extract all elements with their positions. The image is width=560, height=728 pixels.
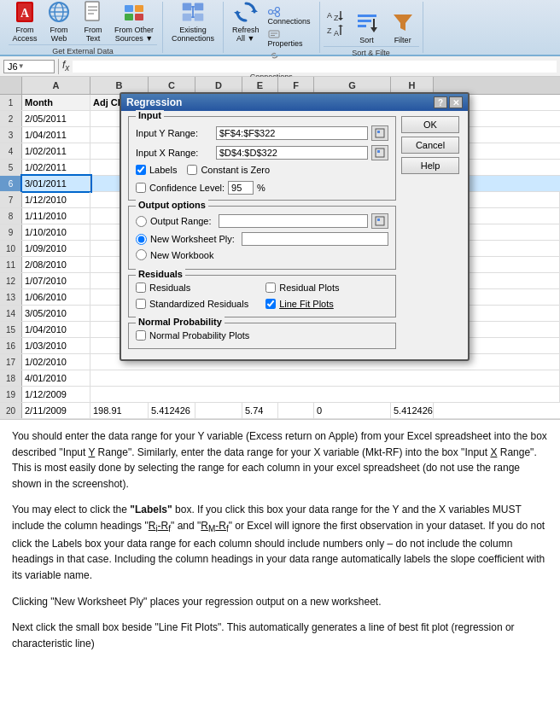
dialog-close-btn[interactable]: ✕ <box>449 96 463 108</box>
refresh-all-label: RefreshAll ▼ <box>232 26 260 43</box>
cell-a4[interactable]: 1/02/2011 <box>22 143 90 159</box>
cell-a16[interactable]: 1/03/2010 <box>22 338 90 353</box>
cell-a7[interactable]: 1/12/2010 <box>22 192 90 207</box>
cell-a19[interactable]: 1/12/2009 <box>22 387 90 402</box>
cell-a8[interactable]: 1/11/2010 <box>22 208 90 224</box>
cell-a5[interactable]: 1/02/2011 <box>22 160 90 175</box>
line-fit-plots-row: Line Fit Plots <box>265 299 339 309</box>
cell-a10[interactable]: 1/09/2010 <box>22 241 90 256</box>
constant-checkbox[interactable] <box>187 165 197 175</box>
svg-line-28 <box>272 10 275 11</box>
cell-c20[interactable]: 5.412426 <box>149 403 195 418</box>
svg-marker-23 <box>251 9 258 12</box>
formula-divider <box>58 59 59 74</box>
cell-a13[interactable]: 1/06/2010 <box>22 289 90 305</box>
new-workbook-option: New Workbook <box>136 249 388 260</box>
y-range-select-btn[interactable] <box>371 125 388 141</box>
output-range-input[interactable] <box>219 214 368 228</box>
cell-a14[interactable]: 3/05/2010 <box>22 306 90 321</box>
normal-prob-checkbox[interactable] <box>136 330 146 341</box>
from-web-label: FromWeb <box>50 26 68 43</box>
cell-b20[interactable]: 198.91 <box>90 403 149 418</box>
formula-input[interactable] <box>73 61 557 73</box>
dialog-help-btn[interactable]: ? <box>434 96 447 108</box>
cell-a15[interactable]: 1/04/2010 <box>22 322 90 337</box>
from-access-button[interactable]: A From Access <box>9 5 41 44</box>
cell-f20[interactable] <box>278 403 314 418</box>
output-range-select-btn[interactable] <box>371 213 388 229</box>
cell-a18[interactable]: 4/01/2010 <box>22 370 90 386</box>
cell-a1[interactable]: Month <box>22 95 90 110</box>
connections-small-button[interactable]: Connections <box>265 5 314 27</box>
residuals-section: Residuals Residuals Standardized R <box>128 275 396 317</box>
svg-line-33 <box>273 55 275 56</box>
x-range-input[interactable] <box>216 146 368 160</box>
residuals-checkbox[interactable] <box>136 282 146 293</box>
from-other-sources-button[interactable]: From OtherSources ▼ <box>111 5 157 44</box>
row-number: 7 <box>0 192 22 207</box>
line-fit-plots-checkbox[interactable] <box>265 299 276 309</box>
filter-button[interactable]: Filter <box>387 7 419 46</box>
svg-rect-13 <box>135 5 143 12</box>
col-header-g[interactable]: G <box>314 77 391 94</box>
cancel-button[interactable]: Cancel <box>401 137 459 154</box>
normal-prob-label: Normal Probability Plots <box>149 330 249 341</box>
cell-a11[interactable]: 2/08/2010 <box>22 257 90 272</box>
cell-g20[interactable]: 0 <box>314 403 391 418</box>
output-section: Output options Output Range: <box>128 206 396 270</box>
col-header-h[interactable]: H <box>391 77 434 94</box>
confidence-checkbox[interactable] <box>136 183 146 193</box>
new-worksheet-input[interactable] <box>242 232 388 246</box>
col-header-e[interactable]: E <box>242 77 278 94</box>
cell-a17[interactable]: 1/02/2010 <box>22 354 90 370</box>
table-row: 20 2/11/2009 198.91 5.412426 5.74 0 5.41… <box>0 403 560 419</box>
y-range-input[interactable] <box>216 126 368 140</box>
col-header-b[interactable]: B <box>90 77 149 94</box>
cell-a12[interactable]: 1/07/2010 <box>22 273 90 288</box>
confidence-value-input[interactable] <box>228 181 254 195</box>
col-header-a[interactable]: A <box>22 77 90 94</box>
new-workbook-radio[interactable] <box>136 249 147 260</box>
cell-e20[interactable]: 5.74 <box>242 403 278 418</box>
refresh-all-button[interactable]: RefreshAll ▼ <box>229 5 263 44</box>
sort-label: Sort <box>359 36 374 44</box>
cell-a9[interactable]: 1/10/2010 <box>22 224 90 240</box>
existing-connections-label: ExistingConnections <box>172 26 214 43</box>
col-header-f[interactable]: F <box>278 77 314 94</box>
cell-ref-dropdown[interactable]: ▼ <box>18 62 25 70</box>
col-header-c[interactable]: C <box>149 77 195 94</box>
existing-connections-button[interactable]: ExistingConnections <box>168 5 218 44</box>
fx-label: fx <box>62 59 69 73</box>
cell-h20[interactable]: 5.412426 <box>391 403 434 418</box>
from-text-label: FromText <box>85 26 102 43</box>
labels-checkbox[interactable] <box>136 165 146 175</box>
regression-dialog: Regression ? ✕ Input Input Y Range: <box>120 92 470 361</box>
cell-a20[interactable]: 2/11/2009 <box>22 403 90 418</box>
sort-za-button[interactable]: Z A <box>324 24 347 38</box>
sort-button[interactable]: Sort <box>351 7 383 46</box>
from-web-button[interactable]: FromWeb <box>43 5 75 44</box>
from-text-button[interactable]: FromText <box>77 5 109 44</box>
confidence-label: Confidence Level: <box>149 183 225 193</box>
col-header-d[interactable]: D <box>195 77 242 94</box>
ok-button[interactable]: OK <box>401 116 459 133</box>
constant-checkbox-row: Constant is Zero <box>187 165 270 175</box>
row-number: 2 <box>0 111 22 126</box>
cell-a3[interactable]: 1/04/2011 <box>22 127 90 143</box>
sort-az-button[interactable]: A Z <box>324 9 347 22</box>
new-worksheet-radio[interactable] <box>136 234 147 245</box>
properties-button[interactable]: Properties <box>265 28 314 49</box>
labels-checkbox-row: Labels <box>136 165 177 175</box>
cell-d20[interactable] <box>195 403 242 418</box>
from-other-sources-icon <box>122 0 146 24</box>
residual-plots-checkbox[interactable] <box>265 282 276 293</box>
cell-a2[interactable]: 2/05/2011 <box>22 111 90 126</box>
standardized-residuals-checkbox[interactable] <box>136 299 146 309</box>
residuals-label: Residuals <box>149 282 190 293</box>
x-range-select-btn[interactable] <box>371 145 388 160</box>
cell-a6[interactable]: 3/01/2011 <box>22 176 90 191</box>
help-button[interactable]: Help <box>401 157 459 174</box>
row-number: 11 <box>0 257 22 272</box>
svg-rect-30 <box>269 31 279 38</box>
output-range-radio[interactable] <box>136 216 147 227</box>
